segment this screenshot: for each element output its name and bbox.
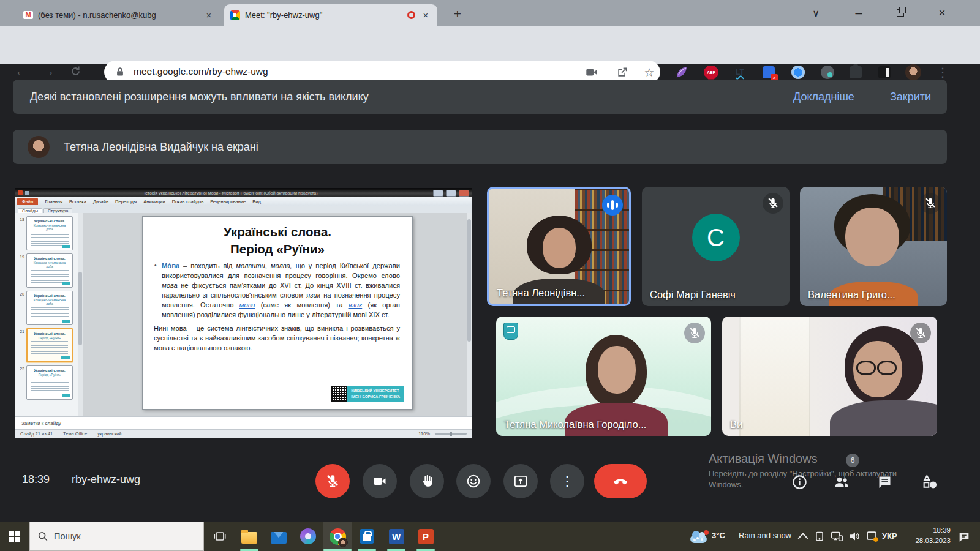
participant-tile-tetiana-leonidivna[interactable]: Тетяна Леонідівн... [487,187,631,306]
canvas-scrollbar[interactable] [467,213,472,416]
forward-button[interactable]: → [38,61,59,81]
network-icon[interactable] [829,529,844,544]
tab-close-icon[interactable]: × [203,10,214,20]
tab-meet[interactable]: Meet: "rby-ehwz-uwg" × [224,4,437,26]
word-icon[interactable]: W [382,522,410,551]
extension-blue-dot-icon[interactable] [790,64,806,80]
extensions-puzzle-icon[interactable] [848,64,864,80]
slide-thumbnail-selected[interactable]: 21 Українські слова.Період «Руїни» [15,328,77,362]
ppt-canvas: Українські слова. Період «Руїни» •Мо́ва … [83,213,472,416]
ppt-maximize-button[interactable] [446,190,456,197]
weather-label[interactable]: Rain and snow [739,531,791,540]
end-call-button[interactable] [594,464,647,498]
ppt-tab[interactable]: Анимации [143,199,165,204]
mic-toggle-button[interactable] [315,464,350,498]
ppt-tab[interactable]: Главная [45,199,62,204]
participant-tile-sofi-mari[interactable]: C Софі Марі Ганевіч [642,187,790,306]
mail-app-icon[interactable] [265,522,293,551]
tray-expand-chevron[interactable] [794,522,812,551]
banner-details-button[interactable]: Докладніше [793,91,854,103]
extension-feather-icon[interactable] [674,64,690,80]
language-indicator[interactable]: УКР [882,531,897,541]
task-view-button[interactable] [206,522,234,551]
notification-tray-icon[interactable] [865,529,880,544]
screenshare-powerpoint-window[interactable]: Історія української літературної мови - … [15,189,472,436]
ppt-tab-file[interactable]: Файл [17,198,38,205]
ppt-tab[interactable]: Рецензирование [210,199,246,204]
profile-avatar[interactable] [905,64,921,80]
window-restore-button[interactable] [886,0,915,26]
ppt-notes-area[interactable]: Заметки к слайду [15,416,472,429]
present-screen-button[interactable] [503,464,538,498]
start-button[interactable] [0,522,29,551]
zoom-slider[interactable] [435,433,467,435]
taskbar-search-input[interactable]: Пошук [29,522,204,551]
raise-hand-button[interactable] [410,464,444,498]
ppt-slides-tab[interactable]: Слайды [18,208,42,213]
participants-button[interactable] [831,471,853,493]
window-close-button[interactable]: × [927,0,957,26]
volume-icon[interactable] [848,529,862,544]
extension-tab-manager-icon[interactable]: x [761,64,777,80]
chrome-taskbar-icon-active[interactable] [323,522,352,551]
thumb-number: 19 [15,253,26,288]
extension-dark-reader-icon[interactable] [876,64,892,80]
ppt-tab[interactable]: Вид [252,199,261,204]
ppt-tab[interactable]: Дизайн [93,199,108,204]
camera-toggle-button[interactable] [363,464,397,498]
slide-thumbnail[interactable]: 18 Українські слова.Козацько-гетьманська… [15,216,77,250]
temperature-label[interactable]: 3°C [712,531,725,540]
camera-permission-icon[interactable] [584,65,599,80]
more-options-button[interactable]: ⋮ [550,464,584,498]
file-explorer-icon[interactable] [235,522,263,551]
activities-button[interactable] [919,471,941,493]
weather-icon[interactable] [687,522,709,551]
phone-link-icon[interactable] [812,529,827,544]
thumbnail-scrollbar[interactable] [78,213,83,416]
extension-adblock-icon[interactable]: ABP [703,64,719,80]
clock-tray[interactable]: 18:39 28.03.2023 [898,525,951,545]
participant-tile-tetiana-mykolaivna[interactable]: Тетяна Миколаївна Городіло... [496,317,711,436]
reactions-button[interactable] [456,464,491,498]
reload-button[interactable] [65,61,86,81]
ppt-minimize-button[interactable] [433,190,443,197]
bookmark-star-icon[interactable]: ☆ [642,65,657,80]
ppt-outline-tab[interactable]: Структура [43,208,72,213]
window-menu-chevron[interactable]: ∨ [801,0,831,26]
slide-thumbnail[interactable]: 19 Українські слова.Козацько-гетьманська… [15,253,77,288]
profile-mini-avatar [338,538,348,547]
url-text[interactable]: meet.google.com/rby-ehwz-uwg [134,66,268,77]
back-button[interactable]: ← [11,61,32,81]
hyperlink[interactable]: язик [349,301,363,309]
ppt-tab[interactable]: Вставка [69,199,86,204]
microsoft-store-icon[interactable] [353,522,381,551]
meeting-details-button[interactable] [788,471,810,493]
tab-close-icon[interactable]: × [420,10,431,20]
browser-menu-icon[interactable]: ⋮ [935,64,951,80]
ppt-tab[interactable]: Переходы [115,199,137,204]
thumb-subtitle: Період «Руїни» [31,373,69,377]
chat-button[interactable] [873,471,895,493]
slide-thumbnail[interactable]: 20 Українські слова.Козацько-гетьманська… [15,291,77,325]
action-center-icon[interactable] [957,530,971,544]
mic-muted-icon [763,193,783,214]
banner-message: Деякі встановлені розширення можуть впли… [13,91,793,103]
thumb-title: Українські слова. [27,369,72,373]
window-minimize-button[interactable]: – [844,0,873,26]
edge-loop-app-icon[interactable] [294,522,322,551]
share-icon[interactable] [615,65,630,80]
search-placeholder: Пошук [54,531,81,541]
extension-languagetool-icon[interactable]: LT [732,64,748,80]
participant-tile-valentyna[interactable]: Валентина Григо... [800,187,947,306]
slide-thumbnail[interactable]: 22 Українські слова.Період «Руїни» [15,365,77,400]
new-tab-button[interactable]: + [448,5,467,23]
participant-tile-you[interactable]: Ви [722,317,937,436]
hyperlink[interactable]: мова [239,301,255,309]
ppt-tab[interactable]: Показ слайдов [172,199,204,204]
ppt-close-button[interactable] [459,190,469,197]
presenter-bar: Тетяна Леонідівна Видайчук на екрані [13,130,947,164]
banner-close-button[interactable]: Закрити [890,91,931,103]
powerpoint-icon[interactable]: P [412,522,440,551]
extension-settings-icon[interactable] [820,64,835,80]
tab-gmail[interactable]: M (без теми) - n.rusachenko@kubg × [17,4,221,26]
